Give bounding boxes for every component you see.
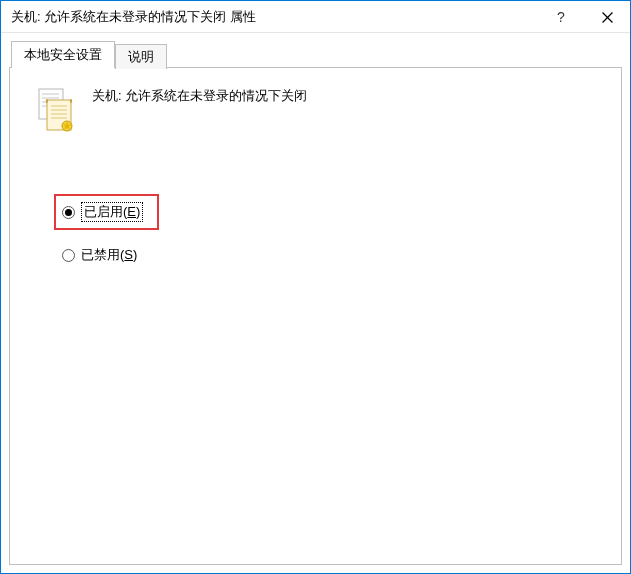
annotation-highlight: 已启用(E) [54, 194, 159, 230]
radio-group: 已启用(E) 已禁用(S) [54, 194, 601, 264]
window-title: 关机: 允许系统在未登录的情况下关闭 属性 [1, 8, 538, 26]
radio-button-icon [62, 249, 75, 262]
tab-panel: 关机: 允许系统在未登录的情况下关闭 已启用(E) 已禁用(S) [9, 67, 622, 565]
tab-explanation[interactable]: 说明 [115, 44, 167, 69]
tab-local-security-settings[interactable]: 本地安全设置 [11, 41, 115, 68]
help-icon: ? [557, 9, 565, 25]
svg-point-8 [46, 99, 48, 103]
properties-dialog: 关机: 允许系统在未登录的情况下关闭 属性 ? 本地安全设置 说明 [0, 0, 631, 574]
tab-strip: 本地安全设置 说明 [9, 42, 622, 68]
radio-enabled[interactable]: 已启用(E) [62, 202, 143, 222]
radio-button-icon [62, 206, 75, 219]
focus-ring: 已启用(E) [81, 202, 143, 222]
tab-label: 说明 [128, 49, 154, 64]
close-icon [602, 12, 613, 23]
policy-title: 关机: 允许系统在未登录的情况下关闭 [92, 86, 307, 105]
tab-label: 本地安全设置 [24, 47, 102, 62]
radio-label: 已禁用(S) [81, 246, 137, 264]
policy-header: 关机: 允许系统在未登录的情况下关闭 [30, 86, 601, 136]
close-button[interactable] [584, 1, 630, 33]
radio-label: 已启用(E) [84, 204, 140, 219]
client-area: 本地安全设置 说明 [1, 33, 630, 573]
titlebar: 关机: 允许系统在未登录的情况下关闭 属性 ? [1, 1, 630, 33]
policy-icon [36, 86, 76, 136]
titlebar-buttons: ? [538, 1, 630, 32]
radio-disabled[interactable]: 已禁用(S) [62, 246, 601, 264]
svg-point-9 [70, 99, 72, 103]
help-button[interactable]: ? [538, 1, 584, 33]
